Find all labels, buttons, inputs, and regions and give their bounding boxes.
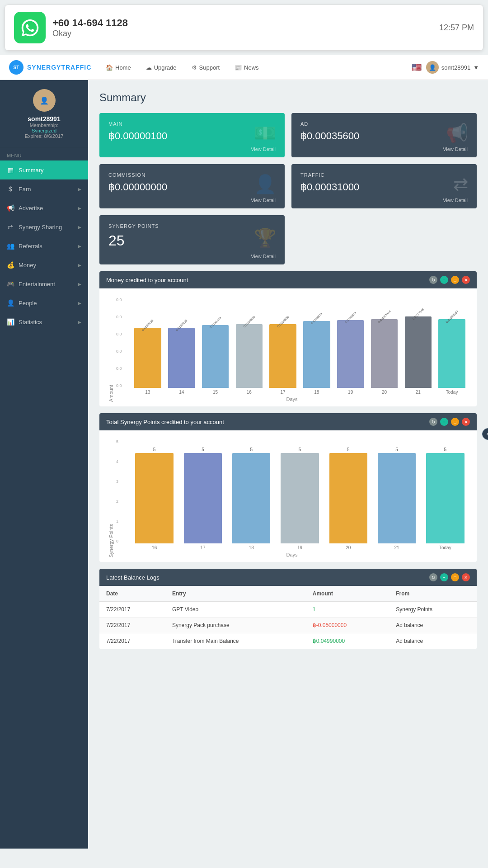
money-x-labels: 131415161718192021Today	[116, 390, 468, 395]
chart-controls-1: ↻ − □ ✕	[429, 276, 470, 284]
logs-table-body: 7/22/2017 GPT Video 1 Synergy Points 7/2…	[99, 602, 477, 649]
balance-logs-table: Latest Balance Logs ↻ − □ ✕ Date Entry A…	[99, 569, 477, 649]
notif-sub: Okay	[52, 29, 432, 38]
cell-amount: ฿0.04990000	[306, 633, 389, 649]
synergy-label: SYNERGY POINTS	[108, 223, 276, 229]
traffic-value: ฿0.00031000	[300, 181, 468, 193]
ad-balance-card: AD ฿0.00035600 📢 View Detail	[291, 113, 477, 157]
money-bars: 0.0 0.0 0.0 0.0 0.0 0.0 0.01828380.01828…	[116, 297, 468, 388]
synergy-x-axis-label: Days	[116, 552, 468, 557]
balance-logs-title: Latest Balance Logs	[106, 574, 160, 581]
ctrl-expand-3[interactable]: □	[451, 573, 459, 581]
cards-row-2: COMMISSION ฿0.00000000 👤 View Detail TRA…	[99, 164, 477, 208]
chart-controls-3: ↻ − □ ✕	[429, 573, 470, 581]
megaphone-card-icon: 📢	[446, 123, 469, 144]
chevron-right-icon-6: ▶	[78, 282, 81, 287]
ctrl-refresh[interactable]: ↻	[429, 276, 437, 284]
sidebar-label-money: Money	[19, 262, 36, 269]
synergy-y-axis-label: Synergy Points	[108, 439, 114, 557]
nav-home[interactable]: 🏠 Home	[99, 61, 137, 75]
sidebar-item-referrals[interactable]: 👥 Referrals ▶	[0, 236, 88, 255]
sidebar-item-people[interactable]: 👤 People ▶	[0, 293, 88, 312]
nav-upgrade[interactable]: ☁ Upgrade	[140, 61, 183, 75]
sidebar-username: somt28991	[28, 115, 60, 123]
ctrl-close[interactable]: ✕	[462, 276, 470, 284]
ctrl-close-3[interactable]: ✕	[462, 573, 470, 581]
money-chart-inner: Amount 0.0 0.0 0.0 0.0 0.0 0.0 0.01828	[108, 297, 468, 402]
sidebar-label-statistics: Statistics	[19, 319, 42, 326]
sidebar-membership-label: Membership:	[30, 123, 59, 128]
sidebar-label-entertainment: Entertainment	[19, 281, 55, 288]
synergy-bar-col: 5	[374, 439, 419, 543]
synergy-chart-header: Total Synergy Points credited to your ac…	[99, 413, 477, 430]
nav-right: 🇺🇸 👤 somt28991 ▼	[412, 61, 479, 74]
sidebar-label-people: People	[19, 300, 37, 307]
sidebar-label-earn: Earn	[19, 186, 31, 193]
table-row: 7/22/2017 Transfer from Main Balance ฿0.…	[99, 633, 477, 649]
nav-links: 🏠 Home ☁ Upgrade ⚙ Support 📰 News	[99, 61, 412, 75]
synergy-chart-inner: Synergy Points 0 1 2 3 4 5 5555555	[108, 439, 468, 557]
ctrl-expand[interactable]: □	[451, 276, 459, 284]
commission-value: ฿0.00000000	[108, 181, 276, 193]
sidebar-item-summary[interactable]: ▦ Summary	[0, 160, 88, 179]
trophy-icon: 🏆	[254, 227, 277, 248]
money-bar-col: 0.0203838	[301, 297, 333, 388]
ctrl-expand-2[interactable]: □	[451, 418, 459, 426]
synergy-points-card: SYNERGY POINTS 25 🏆 View Detail	[99, 215, 285, 264]
ctrl-close-2[interactable]: ✕	[462, 418, 470, 426]
page-title: Summary	[99, 91, 477, 104]
dollar-card-icon: 💵	[254, 123, 277, 144]
main-layout: 👤 somt28991 Membership: Synergized Expir…	[0, 80, 488, 849]
commission-label: COMMISSION	[108, 172, 276, 178]
traffic-view-detail[interactable]: View Detail	[300, 198, 468, 203]
synergy-chart-bars-area: 0 1 2 3 4 5 5555555 161718192021Today Da…	[116, 439, 468, 557]
cell-from: Ad balance	[389, 618, 477, 633]
ad-card-label: AD	[300, 121, 468, 127]
people-icon: 👥	[7, 242, 14, 250]
col-date: Date	[99, 586, 165, 602]
synergy-view-detail[interactable]: View Detail	[108, 254, 276, 259]
sidebar-item-earn[interactable]: $ Earn ▶	[0, 179, 88, 198]
cell-amount: ฿-0.05000000	[306, 618, 389, 633]
balance-logs-header: Latest Balance Logs ↻ − □ ✕	[99, 569, 477, 586]
brand-name: SynergyTraffic	[27, 64, 91, 71]
sidebar-item-entertainment[interactable]: 🎮 Entertainment ▶	[0, 274, 88, 293]
traffic-card: TRAFFIC ฿0.00031000 ⇄ View Detail	[291, 164, 477, 208]
notification-bar: +60 14-694 1128 Okay 12:57 PM	[5, 5, 483, 51]
logs-table-head: Date Entry Amount From	[99, 586, 477, 602]
main-view-detail[interactable]: View Detail	[108, 146, 276, 152]
nav-support[interactable]: ⚙ Support	[185, 61, 226, 75]
table-row: 7/22/2017 Synergy Pack purchase ฿-0.0500…	[99, 618, 477, 633]
commission-view-detail[interactable]: View Detail	[108, 198, 276, 203]
brand: ST SynergyTraffic	[9, 60, 99, 75]
money-chart-title: Money credited to your account	[106, 277, 188, 283]
grid-icon: ▦	[7, 166, 14, 174]
money-bar-col: 0.0194838	[233, 297, 265, 388]
nav-news[interactable]: 📰 News	[228, 61, 265, 75]
logs-table: Date Entry Amount From 7/22/2017 GPT Vid…	[99, 586, 477, 649]
chart-icon: 📊	[7, 318, 14, 326]
sidebar-expires: Expires: 8/6/2017	[25, 133, 64, 139]
money-bar-col: 0.0182838	[132, 297, 164, 388]
sidebar-item-advertise[interactable]: 📢 Advertise ▶	[0, 198, 88, 217]
ctrl-refresh-3[interactable]: ↻	[429, 573, 437, 581]
user-menu-button[interactable]: 👤 somt28991 ▼	[426, 61, 479, 74]
ctrl-minimize-3[interactable]: −	[440, 573, 448, 581]
ctrl-minimize-2[interactable]: −	[440, 418, 448, 426]
ctrl-refresh-2[interactable]: ↻	[429, 418, 437, 426]
chevron-right-icon-8: ▶	[78, 320, 81, 325]
sidebar-item-synergy-sharing[interactable]: ⇄ Synergy Sharing ▶	[0, 217, 88, 236]
chevron-right-icon-5: ▶	[78, 263, 81, 268]
top-nav: ST SynergyTraffic 🏠 Home ☁ Upgrade ⚙ Sup…	[0, 55, 488, 80]
sidebar-item-statistics[interactable]: 📊 Statistics ▶	[0, 312, 88, 331]
ad-card-value: ฿0.00035600	[300, 130, 468, 142]
ad-view-detail[interactable]: View Detail	[300, 146, 468, 152]
sidebar-item-money[interactable]: 💰 Money ▶	[0, 255, 88, 274]
logs-header-row: Date Entry Amount From	[99, 586, 477, 602]
synergy-chart-body: Synergy Points 0 1 2 3 4 5 5555555	[99, 430, 477, 562]
cell-entry: GPT Video	[165, 602, 306, 618]
synergy-y-ticks: 0 1 2 3 4 5	[116, 439, 131, 543]
ctrl-minimize[interactable]: −	[440, 276, 448, 284]
money-bar-col: 0.02090557	[436, 297, 468, 388]
sidebar: 👤 somt28991 Membership: Synergized Expir…	[0, 80, 88, 849]
